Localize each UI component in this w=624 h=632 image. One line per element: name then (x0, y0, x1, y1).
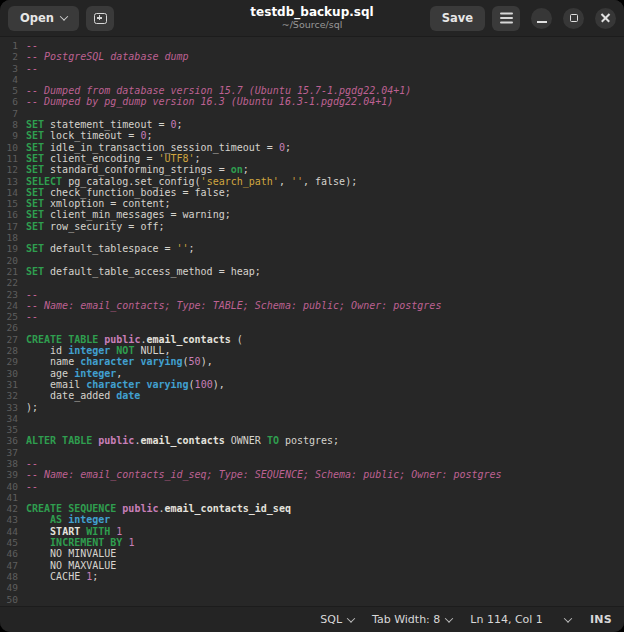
code-token: ( (231, 334, 243, 345)
code-line[interactable]: 11SET client_encoding = 'UTF8'; (0, 153, 624, 164)
code-token: email_contacts_id_seq (165, 503, 291, 514)
code-text: NO MINVALUE (18, 548, 116, 559)
code-token: 'UTF8' (158, 153, 194, 164)
code-line[interactable]: 46 NO MINVALUE (0, 548, 624, 559)
code-line[interactable]: 33); (0, 402, 624, 413)
code-text (18, 413, 26, 424)
code-token: -- (26, 458, 38, 469)
code-line[interactable]: 27CREATE TABLE public.email_contacts ( (0, 334, 624, 345)
code-text: -- (18, 63, 38, 74)
code-line[interactable]: 9SET lock_timeout = 0; (0, 130, 624, 141)
code-line[interactable]: 48 CACHE 1; (0, 571, 624, 582)
code-line[interactable]: 12SET standard_conforming_strings = on; (0, 164, 624, 175)
maximize-icon (570, 14, 578, 22)
code-token: '' (291, 176, 303, 187)
code-line[interactable]: 31 email character varying(100), (0, 379, 624, 390)
minimize-button[interactable] (531, 8, 552, 29)
code-line[interactable]: 45 INCREMENT BY 1 (0, 537, 624, 548)
code-token: public (98, 435, 134, 446)
code-line[interactable]: 14SET check_function_bodies = false; (0, 187, 624, 198)
code-line[interactable]: 20 (0, 255, 624, 266)
code-line[interactable]: 6-- Dumped by pg_dump version 16.3 (Ubun… (0, 96, 624, 107)
code-text: SET row_security = off; (18, 221, 164, 232)
code-token: idle_in_transaction_session_timeout = (44, 142, 279, 153)
line-number: 49 (0, 582, 18, 593)
code-text: -- (18, 481, 38, 492)
code-token: OWNER (225, 435, 267, 446)
code-text (18, 232, 26, 243)
code-line[interactable]: 40-- (0, 481, 624, 492)
save-button[interactable]: Save (430, 6, 485, 31)
code-line[interactable]: 8SET statement_timeout = 0; (0, 119, 624, 130)
line-number: 23 (0, 289, 18, 300)
code-editor[interactable]: 1--2-- PostgreSQL database dump3--45-- D… (0, 37, 624, 606)
code-line[interactable]: 35 (0, 424, 624, 435)
code-line[interactable]: 32 date_added date (0, 390, 624, 401)
save-button-label: Save (442, 11, 473, 25)
code-line[interactable]: 37 (0, 447, 624, 458)
code-line[interactable]: 7 (0, 108, 624, 119)
code-line[interactable]: 24-- Name: email_contacts; Type: TABLE; … (0, 300, 624, 311)
code-line[interactable]: 22 (0, 277, 624, 288)
code-line[interactable]: 38-- (0, 458, 624, 469)
code-line[interactable]: 18 (0, 232, 624, 243)
code-line[interactable]: 16SET client_min_messages = warning; (0, 209, 624, 220)
new-tab-button[interactable] (86, 6, 114, 31)
code-line[interactable]: 3-- (0, 63, 624, 74)
code-line[interactable]: 44 START WITH 1 (0, 526, 624, 537)
code-token: -- (26, 289, 38, 300)
code-token: ALTER TABLE (26, 435, 92, 446)
open-button[interactable]: Open (8, 6, 79, 31)
code-line[interactable]: 49 (0, 582, 624, 593)
close-button[interactable] (595, 8, 616, 29)
code-text: AS integer (18, 514, 110, 525)
code-line[interactable]: 4 (0, 74, 624, 85)
code-line[interactable]: 36ALTER TABLE public.email_contacts OWNE… (0, 435, 624, 446)
code-line[interactable]: 25-- (0, 311, 624, 322)
code-token: email (26, 379, 86, 390)
code-line[interactable]: 50 (0, 594, 624, 605)
code-line[interactable]: 43 AS integer (0, 514, 624, 525)
code-text (18, 492, 26, 503)
code-text (18, 255, 26, 266)
code-token: ; (195, 153, 201, 164)
code-line[interactable]: 39-- Name: email_contacts_id_seq; Type: … (0, 469, 624, 480)
language-selector[interactable]: SQL (311, 610, 363, 630)
code-line[interactable]: 1-- (0, 40, 624, 51)
code-text: SET default_tablespace = ''; (18, 243, 195, 254)
cursor-position-button[interactable]: Ln 114, Col 1 (461, 610, 580, 630)
code-line[interactable]: 42CREATE SEQUENCE public.email_contacts_… (0, 503, 624, 514)
code-token: public (104, 334, 140, 345)
maximize-button[interactable] (563, 8, 584, 29)
code-line[interactable]: 23-- (0, 289, 624, 300)
main-menu-button[interactable] (492, 6, 520, 31)
insert-mode-indicator[interactable]: INS (590, 613, 612, 626)
code-token: -- (26, 63, 38, 74)
code-line[interactable]: 29 name character varying(50), (0, 356, 624, 367)
code-text (18, 322, 26, 333)
code-token: email_contacts (146, 334, 230, 345)
code-line[interactable]: 21SET default_table_access_method = heap… (0, 266, 624, 277)
code-line[interactable]: 34 (0, 413, 624, 424)
code-line[interactable]: 5-- Dumped from database version 15.7 (U… (0, 85, 624, 96)
code-line[interactable]: 30 age integer, (0, 368, 624, 379)
code-text: SET lock_timeout = 0; (18, 130, 152, 141)
tab-width-selector[interactable]: Tab Width: 8 (363, 610, 461, 630)
code-line[interactable]: 28 id integer NOT NULL, (0, 345, 624, 356)
code-line[interactable]: 13SELECT pg_catalog.set_config('search_p… (0, 176, 624, 187)
code-token: standard_conforming_strings = (44, 164, 231, 175)
code-line[interactable]: 19SET default_tablespace = ''; (0, 243, 624, 254)
line-number: 45 (0, 537, 18, 548)
code-line[interactable]: 10SET idle_in_transaction_session_timeou… (0, 142, 624, 153)
line-number: 16 (0, 209, 18, 220)
code-text: ); (18, 402, 38, 413)
code-token: ; (189, 243, 195, 254)
code-token: 'search_path' (201, 176, 279, 187)
code-token: NO MINVALUE (26, 548, 116, 559)
code-line[interactable]: 26 (0, 322, 624, 333)
code-line[interactable]: 47 NO MAXVALUE (0, 560, 624, 571)
code-line[interactable]: 15SET xmloption = content; (0, 198, 624, 209)
code-line[interactable]: 41 (0, 492, 624, 503)
code-line[interactable]: 2-- PostgreSQL database dump (0, 51, 624, 62)
code-line[interactable]: 17SET row_security = off; (0, 221, 624, 232)
